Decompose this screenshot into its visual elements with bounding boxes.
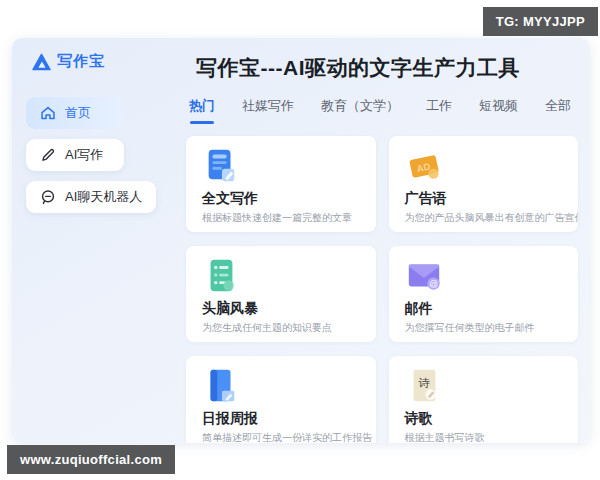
card-fulltext-writing[interactable]: 全文写作 根据标题快速创建一篇完整的文章 [186, 136, 376, 232]
pencil-icon [40, 147, 56, 163]
sidebar-nav: 首页 AI写作 [12, 97, 164, 213]
card-title: 全文写作 [202, 190, 360, 208]
page-title: 写作宝---AI驱动的文字生产力工具 [196, 54, 578, 82]
sidebar-item-ai-chatbot[interactable]: AI聊天机器人 [26, 181, 156, 213]
card-title: 广告语 [405, 190, 563, 208]
sidebar-item-home[interactable]: 首页 [26, 97, 124, 129]
sidebar: 写作宝 首页 AI写作 [12, 38, 164, 443]
tab-education[interactable]: 教育（文学） [321, 97, 399, 124]
page: TG: MYYJJPP 写作宝 [0, 0, 600, 480]
svg-text:@: @ [429, 279, 438, 289]
sidebar-item-label: 首页 [65, 104, 91, 122]
tab-short-video[interactable]: 短视频 [479, 97, 518, 124]
card-daily-weekly-report[interactable]: 日报周报 简单描述即可生成一份详实的工作报告 [186, 356, 376, 443]
ad-tag-icon: AD [405, 147, 443, 185]
home-icon [40, 105, 56, 121]
svg-text:诗: 诗 [418, 376, 430, 390]
card-ad-slogan[interactable]: AD 广告语 为您的产品头脑风暴出有创意的广告宣传语 [389, 136, 579, 232]
envelope-at-icon: @ [405, 257, 443, 295]
url-badge: www.zuqiuoffcial.com [7, 445, 175, 474]
sidebar-item-label: AI聊天机器人 [65, 188, 142, 206]
card-title: 邮件 [405, 300, 563, 318]
tab-hot[interactable]: 热门 [189, 97, 215, 124]
logo: 写作宝 [32, 52, 164, 71]
card-desc: 为您撰写任何类型的电子邮件 [405, 321, 563, 335]
card-brainstorm[interactable]: 头脑风暴 为您生成任何主题的知识要点 [186, 246, 376, 342]
notebook-pencil-icon [202, 367, 240, 405]
card-grid: 全文写作 根据标题快速创建一篇完整的文章 AD 广告语 [186, 136, 578, 443]
tab-social-media[interactable]: 社媒写作 [242, 97, 294, 124]
card-poetry[interactable]: 诗 诗歌 根据主题书写诗歌 [389, 356, 579, 443]
sidebar-item-label: AI写作 [65, 146, 103, 164]
card-desc: 根据主题书写诗歌 [405, 431, 563, 443]
card-desc: 简单描述即可生成一份详实的工作报告 [202, 431, 360, 443]
card-title: 日报周报 [202, 410, 360, 428]
tg-badge: TG: MYYJJPP [483, 7, 598, 36]
tab-work[interactable]: 工作 [426, 97, 452, 124]
app-window: 写作宝 首页 AI写作 [12, 38, 590, 443]
main-content: 写作宝---AI驱动的文字生产力工具 热门 社媒写作 教育（文学） 工作 短视频… [164, 38, 590, 443]
document-pencil-icon [202, 147, 240, 185]
bullet-list-icon [202, 257, 240, 295]
tab-all[interactable]: 全部 [545, 97, 571, 124]
logo-text: 写作宝 [57, 52, 105, 71]
card-desc: 为您生成任何主题的知识要点 [202, 321, 360, 335]
card-desc: 为您的产品头脑风暴出有创意的广告宣传语 [405, 211, 563, 225]
card-title: 头脑风暴 [202, 300, 360, 318]
sidebar-item-ai-writing[interactable]: AI写作 [26, 139, 124, 171]
card-desc: 根据标题快速创建一篇完整的文章 [202, 211, 360, 225]
card-title: 诗歌 [405, 410, 563, 428]
card-email[interactable]: @ 邮件 为您撰写任何类型的电子邮件 [389, 246, 579, 342]
tab-bar: 热门 社媒写作 教育（文学） 工作 短视频 全部 [189, 97, 578, 124]
triangle-logo-icon [32, 53, 51, 71]
chat-bubble-icon [40, 189, 56, 205]
poem-paper-icon: 诗 [405, 367, 443, 405]
